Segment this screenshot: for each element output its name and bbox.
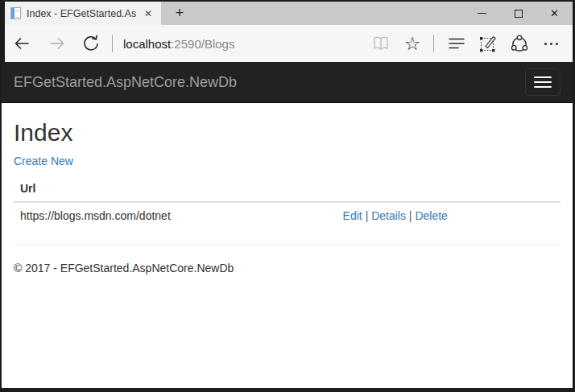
browser-toolbar: localhost:2590/Blogs ☆ [2,25,573,62]
reading-view-button[interactable] [370,33,391,54]
action-separator: | [409,209,412,222]
window-controls: ✕ [464,2,573,25]
refresh-icon [81,33,101,54]
share-icon [509,33,530,54]
column-header-url: Url [14,175,337,202]
edit-link[interactable]: Edit [343,209,362,222]
back-button[interactable] [11,33,32,54]
blogs-table: Url https://blogs.msdn.com/dotnet Edit |… [14,175,561,229]
page-content: Index Create New Url https://blogs.msdn.… [2,103,573,388]
site-navbar: EFGetStarted.AspNetCore.NewDb [2,62,573,103]
web-note-pencil-icon [478,33,498,54]
address-host: localhost [123,37,171,51]
action-separator: | [366,209,369,222]
ellipsis-icon [544,43,558,45]
page-title: Index [14,119,561,146]
hub-button[interactable] [446,33,467,54]
toolbar-divider [112,35,113,52]
details-link[interactable]: Details [371,209,406,222]
blog-url-cell: https://blogs.msdn.com/dotnet [14,202,337,229]
close-icon: ✕ [550,8,559,19]
share-button[interactable] [509,33,530,54]
delete-link[interactable]: Delete [415,209,447,222]
refresh-button[interactable] [81,33,101,54]
toolbar-divider [433,35,434,52]
web-note-button[interactable] [478,33,498,54]
forward-button[interactable] [47,33,68,54]
star-icon: ☆ [404,35,421,53]
more-actions-button[interactable] [540,33,561,54]
navbar-toggle-button[interactable] [525,68,561,96]
new-tab-button[interactable]: + [168,2,192,25]
browser-window: Index - EFGetStarted.As ✕ + ✕ localhost:… [0,0,575,392]
back-arrow-icon [11,33,32,54]
tab-strip: Index - EFGetStarted.As ✕ + ✕ [2,2,573,25]
minimize-button[interactable] [464,2,500,25]
address-bar[interactable]: localhost:2590/Blogs [123,37,234,51]
favorites-button[interactable]: ☆ [402,33,423,54]
hamburger-icon [534,76,552,78]
book-icon [370,33,391,54]
tab-title: Index - EFGetStarted.As [27,8,136,19]
tab-favicon-icon [10,7,21,19]
page-footer: © 2017 - EFGetStarted.AspNetCore.NewDb [14,262,561,274]
address-path: :2590/Blogs [171,37,234,51]
hub-lines-icon [446,33,467,54]
navbar-brand-link[interactable]: EFGetStarted.AspNetCore.NewDb [14,74,237,91]
table-row: https://blogs.msdn.com/dotnet Edit | Det… [14,202,561,229]
create-new-link[interactable]: Create New [14,155,73,167]
maximize-icon [515,10,523,18]
tab-close-icon[interactable]: ✕ [142,6,155,21]
forward-arrow-icon [47,33,68,54]
row-actions-cell: Edit | Details | Delete [337,202,561,229]
toolbar-right-icons: ☆ [360,33,561,54]
close-button[interactable]: ✕ [536,2,573,25]
minimize-icon [478,13,486,14]
browser-tab[interactable]: Index - EFGetStarted.As ✕ [5,2,161,25]
footer-divider [14,245,561,246]
copyright-text: © 2017 - EFGetStarted.AspNetCore.NewDb [14,262,561,274]
column-header-actions [337,175,561,202]
maximize-button[interactable] [500,2,536,25]
